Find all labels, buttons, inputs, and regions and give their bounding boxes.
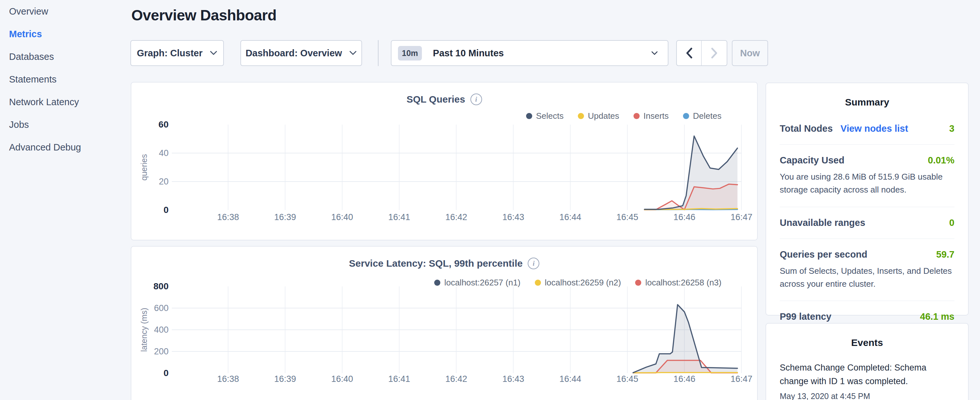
summary-row-capacity-used: Capacity Used 0.01% You are using 28.6 M…: [780, 145, 955, 207]
events-panel: Events Schema Change Completed: Schema c…: [765, 323, 969, 400]
svg-text:0: 0: [163, 205, 169, 215]
svg-text:16:43: 16:43: [503, 374, 525, 384]
svg-text:400: 400: [154, 325, 169, 335]
sidebar-item-advanced-debug[interactable]: Advanced Debug: [0, 136, 129, 159]
svg-text:16:38: 16:38: [217, 374, 239, 384]
svg-text:latency (ms): latency (ms): [140, 308, 148, 352]
svg-text:200: 200: [154, 347, 169, 356]
graph-dropdown[interactable]: Graph: Cluster: [130, 40, 224, 66]
time-range-label: Past 10 Minutes: [433, 48, 504, 59]
service-latency-chart-card: Service Latency: SQL, 99th percentile i …: [131, 246, 758, 400]
controls-divider: [378, 40, 379, 66]
svg-text:16:39: 16:39: [274, 212, 296, 222]
svg-text:16:41: 16:41: [388, 374, 410, 384]
p99-latency-label: P99 latency: [780, 311, 832, 322]
capacity-used-value: 0.01%: [928, 155, 955, 166]
svg-text:16:44: 16:44: [559, 212, 581, 222]
svg-text:0: 0: [163, 368, 169, 378]
dashboard-dropdown-label: Dashboard: Overview: [245, 48, 342, 59]
svg-text:queries: queries: [140, 154, 148, 180]
svg-text:16:43: 16:43: [503, 212, 525, 222]
svg-text:16:38: 16:38: [217, 212, 239, 222]
page-title: Overview Dashboard: [131, 6, 277, 24]
svg-text:16:40: 16:40: [331, 374, 353, 384]
svg-text:16:40: 16:40: [331, 212, 353, 222]
sidebar-item-jobs[interactable]: Jobs: [0, 113, 129, 136]
queries-per-second-description: Sum of Selects, Updates, Inserts, and De…: [780, 265, 955, 291]
event-timestamp: May 13, 2020 at 4:45 PM: [780, 392, 955, 400]
sidebar-item-overview[interactable]: Overview: [0, 0, 129, 23]
queries-per-second-value: 59.7: [936, 249, 955, 260]
events-title: Events: [766, 324, 968, 348]
svg-text:16:45: 16:45: [616, 212, 638, 222]
summary-panel: Summary Total Nodes View nodes list 3 Ca…: [765, 83, 969, 316]
view-nodes-list-link[interactable]: View nodes list: [840, 123, 908, 134]
sidebar-item-statements[interactable]: Statements: [0, 68, 129, 91]
summary-title: Summary: [766, 83, 968, 108]
svg-text:16:42: 16:42: [445, 374, 467, 384]
total-nodes-label: Total Nodes: [780, 123, 833, 134]
sidebar-item-network-latency[interactable]: Network Latency: [0, 91, 129, 113]
svg-text:40: 40: [159, 148, 169, 158]
unavailable-ranges-value: 0: [949, 217, 955, 228]
capacity-used-description: You are using 28.6 MiB of 515.9 GiB usab…: [780, 170, 955, 196]
summary-row-unavailable-ranges: Unavailable ranges 0: [780, 207, 955, 239]
time-range-badge: 10m: [398, 46, 422, 61]
p99-latency-value: 46.1 ms: [920, 311, 955, 322]
svg-text:600: 600: [154, 303, 169, 313]
svg-text:16:44: 16:44: [559, 374, 581, 384]
previous-time-window-button[interactable]: [677, 41, 702, 65]
sql-queries-chart-card: SQL Queries i SelectsUpdatesInsertsDelet…: [131, 82, 758, 241]
chevron-down-icon: [210, 51, 217, 56]
svg-text:16:47: 16:47: [730, 212, 752, 222]
graph-dropdown-label: Graph: Cluster: [137, 48, 202, 59]
time-range-selector[interactable]: 10m Past 10 Minutes: [391, 40, 668, 66]
dashboard-dropdown[interactable]: Dashboard: Overview: [240, 40, 362, 66]
now-button[interactable]: Now: [732, 40, 768, 66]
summary-row-queries-per-second: Queries per second 59.7 Sum of Selects, …: [780, 239, 955, 301]
summary-row-total-nodes: Total Nodes View nodes list 3: [780, 108, 955, 144]
unavailable-ranges-label: Unavailable ranges: [780, 217, 865, 228]
chevron-down-icon: [349, 51, 357, 56]
queries-per-second-label: Queries per second: [780, 249, 867, 260]
svg-text:16:47: 16:47: [730, 374, 752, 384]
svg-text:60: 60: [159, 120, 169, 129]
controls-row: Graph: Cluster Dashboard: Overview 10m P…: [0, 40, 980, 66]
event-message: Schema Change Completed: Schema change w…: [780, 361, 955, 388]
svg-text:16:45: 16:45: [616, 374, 638, 384]
total-nodes-value: 3: [949, 123, 955, 134]
time-window-nav: [676, 40, 727, 66]
svg-text:16:42: 16:42: [445, 212, 467, 222]
svg-text:800: 800: [153, 281, 169, 291]
svg-text:16:46: 16:46: [674, 212, 695, 222]
svg-text:16:46: 16:46: [674, 374, 695, 384]
next-time-window-button[interactable]: [702, 41, 727, 65]
svg-text:20: 20: [159, 177, 169, 186]
svg-text:16:41: 16:41: [388, 212, 410, 222]
chevron-down-icon: [651, 51, 658, 55]
capacity-used-label: Capacity Used: [780, 155, 845, 166]
svg-text:16:39: 16:39: [274, 374, 296, 384]
